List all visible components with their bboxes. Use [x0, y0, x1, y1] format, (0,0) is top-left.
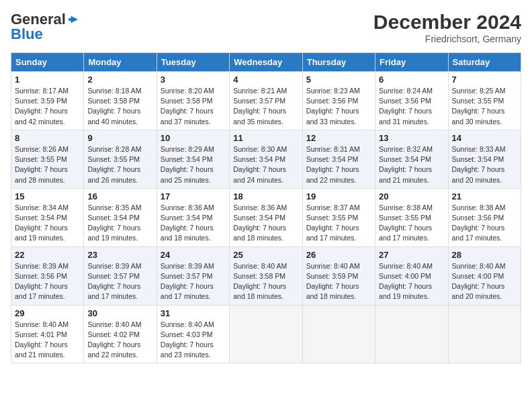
- calendar-cell: 13Sunrise: 8:32 AM Sunset: 3:54 PM Dayli…: [375, 130, 448, 188]
- day-number: 6: [379, 75, 444, 85]
- day-info: Sunrise: 8:35 AM Sunset: 3:54 PM Dayligh…: [87, 203, 152, 244]
- calendar-cell: 4Sunrise: 8:21 AM Sunset: 3:57 PM Daylig…: [230, 72, 302, 130]
- calendar-cell: 9Sunrise: 8:28 AM Sunset: 3:55 PM Daylig…: [84, 130, 157, 188]
- calendar-cell: 20Sunrise: 8:38 AM Sunset: 3:55 PM Dayli…: [375, 188, 448, 246]
- weekday-header-tuesday: Tuesday: [157, 53, 229, 72]
- day-info: Sunrise: 8:21 AM Sunset: 3:57 PM Dayligh…: [233, 86, 298, 127]
- calendar-cell: 29Sunrise: 8:40 AM Sunset: 4:01 PM Dayli…: [11, 305, 84, 363]
- day-info: Sunrise: 8:24 AM Sunset: 3:56 PM Dayligh…: [379, 86, 444, 127]
- calendar-cell: [375, 305, 448, 363]
- calendar-cell: 21Sunrise: 8:38 AM Sunset: 3:56 PM Dayli…: [448, 188, 521, 246]
- day-info: Sunrise: 8:40 AM Sunset: 4:00 PM Dayligh…: [452, 261, 517, 302]
- calendar-cell: 27Sunrise: 8:40 AM Sunset: 4:00 PM Dayli…: [375, 246, 448, 305]
- month-title: December 2024: [373, 11, 521, 34]
- day-number: 19: [306, 191, 371, 201]
- page-header: General Blue December 2024 Friedrichsort…: [11, 11, 521, 44]
- day-info: Sunrise: 8:39 AM Sunset: 3:57 PM Dayligh…: [87, 261, 152, 302]
- day-number: 13: [379, 133, 444, 143]
- day-number: 11: [233, 133, 298, 143]
- day-number: 23: [87, 250, 152, 260]
- day-number: 25: [233, 250, 298, 260]
- day-number: 31: [161, 308, 226, 318]
- weekday-header-friday: Friday: [375, 53, 448, 72]
- day-info: Sunrise: 8:40 AM Sunset: 4:01 PM Dayligh…: [15, 320, 80, 361]
- day-number: 5: [306, 75, 371, 85]
- day-number: 30: [87, 308, 152, 318]
- logo: General Blue: [11, 11, 79, 43]
- day-number: 14: [452, 133, 517, 143]
- day-info: Sunrise: 8:30 AM Sunset: 3:54 PM Dayligh…: [233, 144, 298, 185]
- weekday-header-wednesday: Wednesday: [230, 53, 302, 72]
- weekday-header-saturday: Saturday: [448, 53, 521, 72]
- calendar-cell: 5Sunrise: 8:23 AM Sunset: 3:56 PM Daylig…: [302, 72, 375, 130]
- calendar-cell: 7Sunrise: 8:25 AM Sunset: 3:55 PM Daylig…: [448, 72, 521, 130]
- weekday-header-sunday: Sunday: [11, 53, 84, 72]
- day-info: Sunrise: 8:38 AM Sunset: 3:55 PM Dayligh…: [379, 203, 444, 244]
- calendar-cell: 31Sunrise: 8:40 AM Sunset: 4:03 PM Dayli…: [157, 305, 229, 363]
- day-info: Sunrise: 8:39 AM Sunset: 3:57 PM Dayligh…: [161, 261, 226, 302]
- day-number: 17: [161, 191, 226, 201]
- calendar-cell: 19Sunrise: 8:37 AM Sunset: 3:55 PM Dayli…: [302, 188, 375, 246]
- calendar-cell: 3Sunrise: 8:20 AM Sunset: 3:58 PM Daylig…: [157, 72, 229, 130]
- day-number: 3: [161, 75, 226, 85]
- day-info: Sunrise: 8:38 AM Sunset: 3:56 PM Dayligh…: [452, 203, 517, 244]
- calendar-cell: 28Sunrise: 8:40 AM Sunset: 4:00 PM Dayli…: [448, 246, 521, 305]
- location-subtitle: Friedrichsort, Germany: [373, 34, 521, 44]
- day-info: Sunrise: 8:32 AM Sunset: 3:54 PM Dayligh…: [379, 144, 444, 185]
- calendar-cell: 23Sunrise: 8:39 AM Sunset: 3:57 PM Dayli…: [84, 246, 157, 305]
- day-info: Sunrise: 8:40 AM Sunset: 3:59 PM Dayligh…: [306, 261, 371, 302]
- calendar-cell: 6Sunrise: 8:24 AM Sunset: 3:56 PM Daylig…: [375, 72, 448, 130]
- day-number: 9: [87, 133, 152, 143]
- day-info: Sunrise: 8:23 AM Sunset: 3:56 PM Dayligh…: [306, 86, 371, 127]
- calendar-cell: 30Sunrise: 8:40 AM Sunset: 4:02 PM Dayli…: [84, 305, 157, 363]
- weekday-header-thursday: Thursday: [302, 53, 375, 72]
- day-number: 16: [87, 191, 152, 201]
- weekday-header-monday: Monday: [84, 53, 157, 72]
- day-number: 18: [233, 191, 298, 201]
- day-number: 21: [452, 191, 517, 201]
- day-info: Sunrise: 8:37 AM Sunset: 3:55 PM Dayligh…: [306, 203, 371, 244]
- calendar-cell: 22Sunrise: 8:39 AM Sunset: 3:56 PM Dayli…: [11, 246, 84, 305]
- day-number: 4: [233, 75, 298, 85]
- calendar-cell: 15Sunrise: 8:34 AM Sunset: 3:54 PM Dayli…: [11, 188, 84, 246]
- day-info: Sunrise: 8:28 AM Sunset: 3:55 PM Dayligh…: [87, 144, 152, 185]
- day-info: Sunrise: 8:33 AM Sunset: 3:54 PM Dayligh…: [452, 144, 517, 185]
- day-info: Sunrise: 8:40 AM Sunset: 4:00 PM Dayligh…: [379, 261, 444, 302]
- calendar-cell: 10Sunrise: 8:29 AM Sunset: 3:54 PM Dayli…: [157, 130, 229, 188]
- day-info: Sunrise: 8:39 AM Sunset: 3:56 PM Dayligh…: [15, 261, 80, 302]
- day-number: 29: [15, 308, 80, 318]
- calendar-cell: 25Sunrise: 8:40 AM Sunset: 3:58 PM Dayli…: [230, 246, 302, 305]
- day-number: 10: [161, 133, 226, 143]
- day-info: Sunrise: 8:29 AM Sunset: 3:54 PM Dayligh…: [161, 144, 226, 185]
- day-number: 8: [15, 133, 80, 143]
- day-info: Sunrise: 8:36 AM Sunset: 3:54 PM Dayligh…: [161, 203, 226, 244]
- calendar-cell: 11Sunrise: 8:30 AM Sunset: 3:54 PM Dayli…: [230, 130, 302, 188]
- day-info: Sunrise: 8:40 AM Sunset: 3:58 PM Dayligh…: [233, 261, 298, 302]
- calendar-cell: 1Sunrise: 8:17 AM Sunset: 3:59 PM Daylig…: [11, 72, 84, 130]
- calendar-cell: [230, 305, 302, 363]
- day-number: 27: [379, 250, 444, 260]
- calendar-cell: 16Sunrise: 8:35 AM Sunset: 3:54 PM Dayli…: [84, 188, 157, 246]
- title-block: December 2024 Friedrichsort, Germany: [373, 11, 521, 44]
- day-number: 26: [306, 250, 371, 260]
- day-info: Sunrise: 8:40 AM Sunset: 4:03 PM Dayligh…: [161, 320, 226, 361]
- day-info: Sunrise: 8:17 AM Sunset: 3:59 PM Dayligh…: [15, 86, 80, 127]
- logo-arrow-icon: [67, 15, 79, 24]
- calendar-cell: 24Sunrise: 8:39 AM Sunset: 3:57 PM Dayli…: [157, 246, 229, 305]
- day-info: Sunrise: 8:25 AM Sunset: 3:55 PM Dayligh…: [452, 86, 517, 127]
- calendar-cell: 18Sunrise: 8:36 AM Sunset: 3:54 PM Dayli…: [230, 188, 302, 246]
- calendar-cell: [302, 305, 375, 363]
- svg-marker-0: [69, 16, 78, 24]
- calendar-cell: 8Sunrise: 8:26 AM Sunset: 3:55 PM Daylig…: [11, 130, 84, 188]
- logo-blue: Blue: [11, 26, 43, 43]
- day-number: 22: [15, 250, 80, 260]
- day-info: Sunrise: 8:26 AM Sunset: 3:55 PM Dayligh…: [15, 144, 80, 185]
- day-number: 12: [306, 133, 371, 143]
- day-number: 2: [87, 75, 152, 85]
- calendar-cell: 26Sunrise: 8:40 AM Sunset: 3:59 PM Dayli…: [302, 246, 375, 305]
- day-info: Sunrise: 8:34 AM Sunset: 3:54 PM Dayligh…: [15, 203, 80, 244]
- day-number: 24: [161, 250, 226, 260]
- day-number: 1: [15, 75, 80, 85]
- calendar-cell: 2Sunrise: 8:18 AM Sunset: 3:58 PM Daylig…: [84, 72, 157, 130]
- day-number: 15: [15, 191, 80, 201]
